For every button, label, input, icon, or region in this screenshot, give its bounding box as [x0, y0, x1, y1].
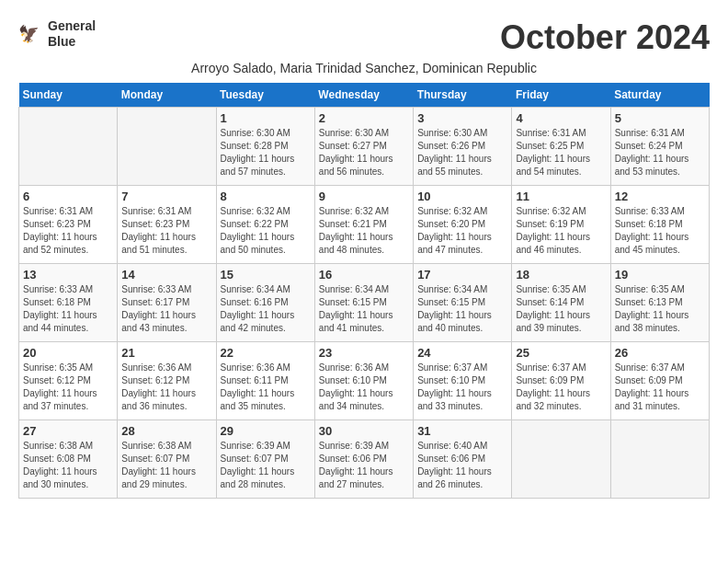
- day-info: Sunrise: 6:31 AM Sunset: 6:25 PM Dayligh…: [516, 127, 606, 178]
- day-number: 25: [516, 346, 606, 360]
- day-info: Sunrise: 6:36 AM Sunset: 6:11 PM Dayligh…: [221, 362, 311, 413]
- day-number: 3: [417, 111, 507, 125]
- day-info: Sunrise: 6:31 AM Sunset: 6:23 PM Dayligh…: [121, 205, 211, 257]
- day-number: 30: [319, 424, 409, 438]
- day-info: Sunrise: 6:30 AM Sunset: 6:27 PM Dayligh…: [319, 127, 409, 178]
- day-number: 15: [221, 268, 311, 282]
- calendar-cell: 20Sunrise: 6:35 AM Sunset: 6:12 PM Dayli…: [19, 342, 118, 420]
- calendar-cell: 31Sunrise: 6:40 AM Sunset: 6:06 PM Dayli…: [414, 420, 512, 499]
- calendar-cell: 5Sunrise: 6:31 AM Sunset: 6:24 PM Daylig…: [610, 108, 709, 186]
- day-info: Sunrise: 6:37 AM Sunset: 6:10 PM Dayligh…: [417, 362, 507, 413]
- calendar-cell: 21Sunrise: 6:36 AM Sunset: 6:12 PM Dayli…: [118, 342, 216, 420]
- day-info: Sunrise: 6:34 AM Sunset: 6:16 PM Dayligh…: [221, 283, 311, 335]
- calendar-cell: 13Sunrise: 6:33 AM Sunset: 6:18 PM Dayli…: [19, 264, 118, 342]
- day-number: 20: [23, 346, 113, 360]
- calendar-cell: 23Sunrise: 6:36 AM Sunset: 6:10 PM Dayli…: [314, 342, 413, 420]
- calendar-cell: 14Sunrise: 6:33 AM Sunset: 6:17 PM Dayli…: [118, 264, 216, 342]
- month-title: October 2024: [500, 18, 710, 57]
- day-number: 16: [319, 268, 409, 282]
- calendar-cell: 18Sunrise: 6:35 AM Sunset: 6:14 PM Dayli…: [512, 264, 610, 342]
- calendar-week-2: 6Sunrise: 6:31 AM Sunset: 6:23 PM Daylig…: [19, 186, 710, 264]
- day-number: 17: [417, 268, 507, 282]
- calendar-cell: [610, 420, 709, 499]
- calendar-cell: [19, 108, 118, 186]
- calendar-cell: 4Sunrise: 6:31 AM Sunset: 6:25 PM Daylig…: [512, 108, 610, 186]
- day-number: 1: [221, 111, 311, 125]
- day-info: Sunrise: 6:38 AM Sunset: 6:08 PM Dayligh…: [23, 440, 113, 491]
- day-info: Sunrise: 6:39 AM Sunset: 6:07 PM Dayligh…: [221, 440, 311, 491]
- weekday-header-sunday: Sunday: [19, 83, 118, 108]
- day-number: 5: [615, 111, 705, 125]
- calendar-cell: 6Sunrise: 6:31 AM Sunset: 6:23 PM Daylig…: [19, 186, 118, 264]
- weekday-header-wednesday: Wednesday: [314, 83, 413, 108]
- day-info: Sunrise: 6:32 AM Sunset: 6:19 PM Dayligh…: [516, 205, 606, 257]
- logo-icon: 🦅: [18, 21, 44, 47]
- day-number: 8: [221, 190, 311, 203]
- day-number: 21: [121, 346, 211, 360]
- day-number: 13: [23, 268, 113, 282]
- calendar-week-1: 1Sunrise: 6:30 AM Sunset: 6:28 PM Daylig…: [19, 108, 710, 186]
- calendar-cell: 16Sunrise: 6:34 AM Sunset: 6:15 PM Dayli…: [314, 264, 413, 342]
- calendar-cell: 11Sunrise: 6:32 AM Sunset: 6:19 PM Dayli…: [512, 186, 610, 264]
- day-info: Sunrise: 6:34 AM Sunset: 6:15 PM Dayligh…: [417, 283, 507, 335]
- weekday-header-row: SundayMondayTuesdayWednesdayThursdayFrid…: [19, 83, 710, 108]
- calendar-cell: [118, 108, 216, 186]
- day-info: Sunrise: 6:38 AM Sunset: 6:07 PM Dayligh…: [121, 440, 211, 491]
- calendar-cell: 26Sunrise: 6:37 AM Sunset: 6:09 PM Dayli…: [610, 342, 709, 420]
- day-number: 29: [221, 424, 311, 438]
- day-info: Sunrise: 6:36 AM Sunset: 6:10 PM Dayligh…: [319, 362, 409, 413]
- day-info: Sunrise: 6:31 AM Sunset: 6:23 PM Dayligh…: [23, 205, 113, 257]
- day-info: Sunrise: 6:35 AM Sunset: 6:12 PM Dayligh…: [23, 362, 113, 413]
- weekday-header-tuesday: Tuesday: [216, 83, 314, 108]
- day-number: 31: [417, 424, 507, 438]
- day-number: 7: [121, 190, 211, 203]
- calendar-cell: 15Sunrise: 6:34 AM Sunset: 6:16 PM Dayli…: [216, 264, 314, 342]
- day-info: Sunrise: 6:35 AM Sunset: 6:13 PM Dayligh…: [615, 283, 705, 335]
- day-info: Sunrise: 6:36 AM Sunset: 6:12 PM Dayligh…: [121, 362, 211, 413]
- day-number: 22: [221, 346, 311, 360]
- day-info: Sunrise: 6:32 AM Sunset: 6:21 PM Dayligh…: [319, 205, 409, 257]
- day-info: Sunrise: 6:34 AM Sunset: 6:15 PM Dayligh…: [319, 283, 409, 335]
- day-info: Sunrise: 6:35 AM Sunset: 6:14 PM Dayligh…: [516, 283, 606, 335]
- calendar-cell: 1Sunrise: 6:30 AM Sunset: 6:28 PM Daylig…: [216, 108, 314, 186]
- day-info: Sunrise: 6:37 AM Sunset: 6:09 PM Dayligh…: [615, 362, 705, 413]
- weekday-header-friday: Friday: [512, 83, 610, 108]
- day-info: Sunrise: 6:32 AM Sunset: 6:20 PM Dayligh…: [417, 205, 507, 257]
- day-info: Sunrise: 6:33 AM Sunset: 6:18 PM Dayligh…: [23, 283, 113, 335]
- weekday-header-monday: Monday: [118, 83, 216, 108]
- calendar-cell: 19Sunrise: 6:35 AM Sunset: 6:13 PM Dayli…: [610, 264, 709, 342]
- logo-text: General Blue: [48, 18, 96, 50]
- day-number: 11: [516, 190, 606, 203]
- calendar-cell: 25Sunrise: 6:37 AM Sunset: 6:09 PM Dayli…: [512, 342, 610, 420]
- day-info: Sunrise: 6:33 AM Sunset: 6:18 PM Dayligh…: [615, 205, 705, 257]
- day-number: 23: [319, 346, 409, 360]
- day-info: Sunrise: 6:33 AM Sunset: 6:17 PM Dayligh…: [121, 283, 211, 335]
- calendar-week-4: 20Sunrise: 6:35 AM Sunset: 6:12 PM Dayli…: [19, 342, 710, 420]
- calendar-cell: 27Sunrise: 6:38 AM Sunset: 6:08 PM Dayli…: [19, 420, 118, 499]
- day-number: 24: [417, 346, 507, 360]
- calendar-cell: 7Sunrise: 6:31 AM Sunset: 6:23 PM Daylig…: [118, 186, 216, 264]
- day-number: 4: [516, 111, 606, 125]
- day-number: 27: [23, 424, 113, 438]
- calendar-cell: 10Sunrise: 6:32 AM Sunset: 6:20 PM Dayli…: [414, 186, 512, 264]
- page-header: 🦅 General Blue October 2024: [18, 18, 710, 57]
- day-info: Sunrise: 6:39 AM Sunset: 6:06 PM Dayligh…: [319, 440, 409, 491]
- day-number: 19: [615, 268, 705, 282]
- day-info: Sunrise: 6:37 AM Sunset: 6:09 PM Dayligh…: [516, 362, 606, 413]
- weekday-header-thursday: Thursday: [414, 83, 512, 108]
- calendar-cell: 3Sunrise: 6:30 AM Sunset: 6:26 PM Daylig…: [414, 108, 512, 186]
- logo: 🦅 General Blue: [18, 18, 96, 50]
- calendar-table: SundayMondayTuesdayWednesdayThursdayFrid…: [18, 83, 710, 499]
- calendar-cell: 9Sunrise: 6:32 AM Sunset: 6:21 PM Daylig…: [314, 186, 413, 264]
- day-number: 2: [319, 111, 409, 125]
- day-number: 9: [319, 190, 409, 203]
- day-number: 26: [615, 346, 705, 360]
- day-number: 18: [516, 268, 606, 282]
- day-info: Sunrise: 6:30 AM Sunset: 6:28 PM Dayligh…: [221, 127, 311, 178]
- calendar-cell: 2Sunrise: 6:30 AM Sunset: 6:27 PM Daylig…: [314, 108, 413, 186]
- calendar-cell: [512, 420, 610, 499]
- calendar-cell: 24Sunrise: 6:37 AM Sunset: 6:10 PM Dayli…: [414, 342, 512, 420]
- day-number: 14: [121, 268, 211, 282]
- weekday-header-saturday: Saturday: [610, 83, 709, 108]
- calendar-cell: 17Sunrise: 6:34 AM Sunset: 6:15 PM Dayli…: [414, 264, 512, 342]
